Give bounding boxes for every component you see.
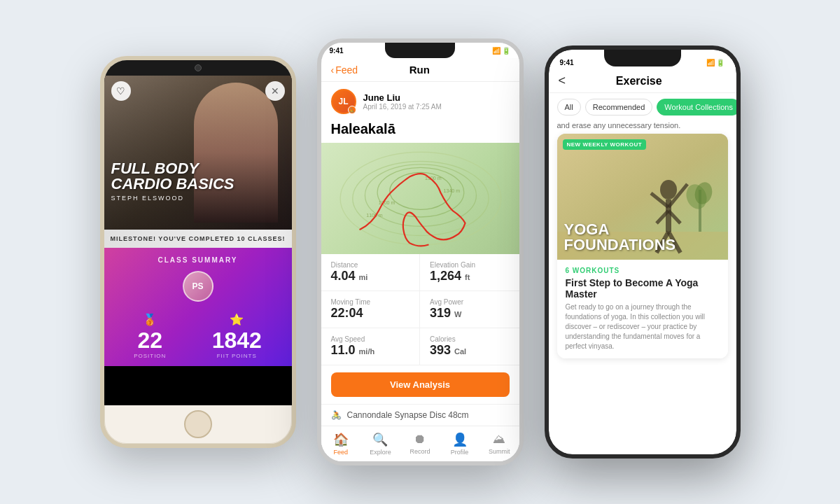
phone2-tab-explore[interactable]: 🔍 Explore [360,429,400,456]
phone2-nav-bar: ‹ Feed Run [321,58,519,82]
phone2-user-info: June Liu April 16, 2019 at 7:25 AM [363,92,510,111]
phone1-milestone: MILESTONE! YOU'VE COMPLETED 10 CLASSES! [104,230,292,248]
phone2-back-chevron: ‹ [331,64,335,76]
phone1-hero: ♡ ✕ FULL BODYCARDIO BASICS STEPH ELSWOOD [104,76,292,230]
phone2-tab-bar: 🏠 Feed 🔍 Explore ⏺ Record 👤 Profile ⛰ [321,426,519,461]
phone1-title-main: FULL BODYCARDIO BASICS [111,161,285,192]
phone2-feed-label: Feed [334,449,349,456]
phone2-profile-icon: 👤 [452,432,468,447]
phone3-card-image: YOGA FOUNDATIONS [557,134,728,260]
phone2-calories-unit: Cal [454,347,466,356]
phone1-device: ♡ ✕ FULL BODYCARDIO BASICS STEPH ELSWOOD… [100,56,296,448]
phone2-profile-label: Profile [451,449,469,456]
phone2-bike-name: Cannondale Synapse Disc 48cm [347,410,469,420]
phone2-feed-icon: 🏠 [333,432,349,447]
phone2-stat-distance: Distance 4.04 mi [321,254,421,291]
phone2-stats-grid: Distance 4.04 mi Elevation Gain 1,264 ft… [321,254,519,365]
phone1-points-icon: ⭐ [230,313,244,326]
phone2-stat-power: Avg Power 319 W [420,291,519,328]
phone2-speed-value: 11.0 [331,343,356,357]
phone1-home-button[interactable] [184,410,212,438]
phone3-card-title-line1: YOGA [564,222,676,237]
phone1-stat-points: ⭐ 1842 FIIT POINTS [212,313,262,359]
phone2-tab-record[interactable]: ⏺ Record [400,429,440,456]
svg-point-11 [660,180,677,200]
phone2-tab-feed[interactable]: 🏠 Feed [321,429,361,456]
phone2-signal-icons: 📶 🔋 [492,47,511,55]
phone1-avatar: PS [183,271,214,302]
phone3-screen: 9:41 📶 🔋 < Exercise All Recommended Work… [549,50,736,454]
phone2-back-button[interactable]: ‹ Feed [331,64,358,76]
phone2-stat-time: Moving Time 22:04 [321,291,421,328]
phone2-user-name: June Liu [363,92,510,103]
phone2-record-label: Record [410,448,430,455]
phone2-tab-profile[interactable]: 👤 Profile [440,429,479,456]
phone2-speed-unit: mi/h [359,347,375,356]
phone2-bike-row: 🚴 Cannondale Synapse Disc 48cm [321,404,519,426]
phone2-back-label: Feed [335,64,358,76]
phone3-back-button[interactable]: < [559,74,566,88]
phone2-elevation-value: 1,264 [430,269,461,283]
phone1-stats: 🥉 22 POSITION ⭐ 1842 FIIT POINTS [111,313,285,359]
phone3-notch [604,50,681,66]
phone1-notch [104,60,292,76]
phone1-hero-figure [194,83,278,223]
phone2-stat-elevation: Elevation Gain 1,264 ft [420,254,519,291]
phone1-screen: ♡ ✕ FULL BODYCARDIO BASICS STEPH ELSWOOD… [104,76,292,405]
phone3-workout-title: First Step to Become A Yoga Master [566,277,720,300]
phone3-workout-card[interactable]: NEW WEEKLY WORKOUT [557,134,728,358]
phone3-filter-all[interactable]: All [557,99,581,115]
phone2-distance-unit: mi [359,273,368,281]
phone1-close-button[interactable]: ✕ [265,81,285,101]
phone2-distance-value: 4.04 [331,269,356,283]
phones-container: ♡ ✕ FULL BODYCARDIO BASICS STEPH ELSWOOD… [79,18,762,486]
phone1-points-value: 1842 [212,329,262,351]
phone2-explore-icon: 🔍 [372,432,388,447]
phone1-heart-button[interactable]: ♡ [111,81,131,101]
phone2-elevation-unit: ft [465,273,470,281]
phone3-device: 9:41 📶 🔋 < Exercise All Recommended Work… [545,46,741,458]
phone2-record-icon: ⏺ [414,432,426,447]
phone2-map[interactable]: 1100 m 1200 m 1300 m 1340 m [321,143,519,254]
phone2-summit-label: Summit [489,448,510,455]
phone3-teaser-text: and erase any unnecessary tension. [549,121,736,134]
phone1-stat-position: 🥉 22 POSITION [134,313,166,359]
phone2-calories-value: 393 [430,343,451,357]
phone2-activity-title: Haleakalā [321,118,519,143]
phone2-user-avatar[interactable]: JL 🚴 [331,89,356,114]
phone3-filter-bar: All Recommended Workout Collections Get [549,93,736,121]
svg-text:1340 m: 1340 m [443,188,460,193]
phone2-bike-icon: 🚴 [331,410,342,420]
phone2-time-value: 22:04 [331,306,363,320]
phone2-tab-summit[interactable]: ⛰ Summit [479,429,519,456]
phone1-instructor: STEPH ELSWOOD [111,195,285,202]
phone3-time: 9:41 [560,59,574,66]
phone2-device: 9:41 📶 🔋 ‹ Feed Run JL 🚴 June Liu [317,38,524,465]
phone3-filter-recommended[interactable]: Recommended [585,99,653,115]
phone1-position-icon: 🥉 [143,313,157,326]
phone3-workout-count: 6 WORKOUTS [566,267,720,274]
phone3-workout-description: Get ready to go on a journey through the… [566,302,720,351]
phone3-card-title-overlay: YOGA FOUNDATIONS [564,222,676,253]
phone2-power-unit: W [454,310,461,318]
phone3-card-badge: NEW WEEKLY WORKOUT [563,139,647,150]
svg-point-0 [340,152,501,245]
phone2-user-date: April 16, 2019 at 7:25 AM [363,103,510,111]
phone1-position-value: 22 [137,329,162,351]
phone1-camera [195,64,202,71]
phone2-notch [385,43,455,58]
phone3-card-content: 6 WORKOUTS First Step to Become A Yoga M… [557,260,728,358]
phone3-filter-collections[interactable]: Workout Collections [657,99,736,115]
phone2-activity-badge: 🚴 [348,106,356,114]
phone3-battery-icon: 📶 🔋 [706,59,725,66]
phone2-screen: ‹ Feed Run JL 🚴 June Liu April 16, 2019 … [321,58,519,461]
phone2-explore-label: Explore [370,449,391,456]
phone2-stat-calories: Calories 393 Cal [420,328,519,365]
phone1-position-label: POSITION [134,353,166,359]
phone2-view-analysis-button[interactable]: View Analysis [331,372,510,397]
phone2-time: 9:41 [330,47,344,55]
phone2-power-value: 319 [430,306,451,320]
phone3-nav-bar: < Exercise [549,69,736,93]
phone2-summit-icon: ⛰ [493,432,505,447]
phone1-class-summary: CLASS SUMMARY PS 🥉 22 POSITION ⭐ 1842 FI… [104,248,292,366]
